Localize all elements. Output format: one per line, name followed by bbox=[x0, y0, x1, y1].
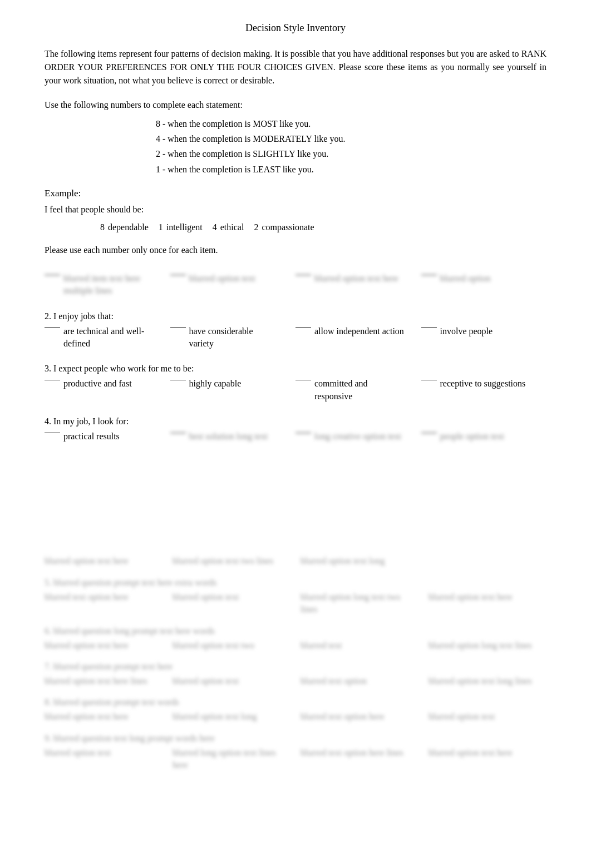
cell-text: allow independent action bbox=[314, 325, 404, 338]
cell-text: highly capable bbox=[189, 378, 242, 390]
item-3-row: productive and fast highly capable commi… bbox=[45, 378, 546, 403]
instruction-item: 1 - when the completion is LEAST like yo… bbox=[156, 162, 546, 177]
instruction-item: 2 - when the completion is SLIGHTLY like… bbox=[156, 146, 546, 161]
lower-item-row: blurred option text blurred long option … bbox=[45, 747, 546, 772]
lower-item-row: blurred option text here blurred option … bbox=[45, 639, 546, 652]
cell-text: committed and responsive bbox=[314, 378, 405, 403]
example-word: dependable bbox=[108, 222, 149, 232]
blank-field[interactable] bbox=[170, 328, 186, 328]
blank-field[interactable] bbox=[45, 380, 60, 380]
item-lower-5: 8. blurred question prompt text words bl… bbox=[45, 697, 546, 723]
item-3-cell-1: productive and fast bbox=[45, 378, 154, 390]
example-word: ethical bbox=[220, 222, 244, 232]
blank-field[interactable] bbox=[421, 275, 437, 275]
item-2-header: 2. I enjoy jobs that: bbox=[45, 310, 546, 323]
item-1-cell-4: blurred option bbox=[421, 272, 530, 285]
blank-field[interactable] bbox=[45, 275, 60, 275]
cell-text: practical results bbox=[63, 430, 120, 443]
instruction-item: 4 - when the completion is MODERATELY li… bbox=[156, 131, 546, 146]
item-2-cell-3: allow independent action bbox=[296, 325, 405, 338]
blank-field[interactable] bbox=[45, 328, 60, 328]
item-lower-6: 9. blurred question text long prompt wor… bbox=[45, 733, 546, 772]
lower-item-row: blurred text option here blurred option … bbox=[45, 591, 546, 616]
blank-field[interactable] bbox=[296, 433, 311, 433]
item-1-cell-1: blurred item text here multiple lines bbox=[45, 272, 154, 297]
item-1-block: blurred item text here multiple lines bl… bbox=[45, 272, 546, 297]
item-1-cell-2: blurred option text bbox=[170, 272, 279, 285]
example-item-dependable: 8 dependable bbox=[100, 222, 149, 232]
example-row: 8 dependable 1 intelligent 4 ethical 2 c… bbox=[100, 222, 546, 232]
example-item-intelligent: 1 intelligent bbox=[159, 222, 203, 232]
item-lower-2: 5. blurred question prompt text here ext… bbox=[45, 578, 546, 616]
example-prompt: I feel that people should be: bbox=[45, 205, 546, 215]
item-lower-1: blurred option text here blurred option … bbox=[45, 555, 546, 567]
example-item-compassionate: 2 compassionate bbox=[254, 222, 314, 232]
lower-item-row: blurred option text here blurred option … bbox=[45, 711, 546, 723]
example-num: 4 bbox=[213, 222, 217, 232]
please-note: Please use each number only once for eac… bbox=[45, 244, 546, 257]
instructions-list: 8 - when the completion is MOST like you… bbox=[156, 116, 546, 177]
item-3-cell-3: committed and responsive bbox=[296, 378, 405, 403]
item-4-cell-1: practical results bbox=[45, 430, 154, 443]
item-3-header: 3. I expect people who work for me to be… bbox=[45, 362, 546, 375]
blank-field[interactable] bbox=[170, 433, 186, 433]
item-2-row: are technical and well-defined have cons… bbox=[45, 325, 546, 350]
blank-field[interactable] bbox=[170, 275, 186, 275]
item-4-cell-4: people option text bbox=[421, 430, 530, 443]
blank-field[interactable] bbox=[296, 328, 311, 328]
item-2-cell-2: have considerable variety bbox=[170, 325, 279, 350]
item-1-cell-3: blurred option text here bbox=[296, 272, 405, 285]
example-num: 1 bbox=[159, 222, 163, 232]
item-2-cell-4: involve people bbox=[421, 325, 530, 338]
cell-text: are technical and well-defined bbox=[63, 325, 154, 350]
item-lower-3: 6. blurred question long prompt text her… bbox=[45, 626, 546, 652]
example-num: 2 bbox=[254, 222, 258, 232]
blank-field[interactable] bbox=[296, 275, 311, 275]
lower-item-row: blurred option text here lines blurred o… bbox=[45, 675, 546, 687]
blank-field[interactable] bbox=[296, 380, 311, 380]
blank-field[interactable] bbox=[421, 328, 437, 328]
item-4-cell-2: best solution long text bbox=[170, 430, 279, 443]
item-lower-4: 7. blurred question prompt text here blu… bbox=[45, 662, 546, 687]
example-word: intelligent bbox=[166, 222, 203, 232]
item-2-block: 2. I enjoy jobs that: are technical and … bbox=[45, 310, 546, 350]
cell-text: involve people bbox=[440, 325, 493, 338]
cell-text: receptive to suggestions bbox=[440, 378, 526, 390]
page-gap bbox=[45, 455, 546, 555]
blank-field[interactable] bbox=[421, 433, 437, 433]
item-2-cell-1: are technical and well-defined bbox=[45, 325, 154, 350]
instructions-label: Use the following numbers to complete ea… bbox=[45, 98, 546, 112]
intro-text: The following items represent four patte… bbox=[45, 47, 546, 87]
blank-field[interactable] bbox=[421, 380, 437, 380]
example-word: compassionate bbox=[262, 222, 314, 232]
cell-text: have considerable variety bbox=[189, 325, 279, 350]
item-3-cell-2: highly capable bbox=[170, 378, 279, 390]
lower-item-row: blurred option text here blurred option … bbox=[45, 555, 546, 567]
example-item-ethical: 4 ethical bbox=[213, 222, 244, 232]
item-1-row: blurred item text here multiple lines bl… bbox=[45, 272, 546, 297]
blank-field[interactable] bbox=[45, 433, 60, 433]
blank-field[interactable] bbox=[170, 380, 186, 380]
page-title: Decision Style Inventory bbox=[45, 22, 546, 34]
item-4-block: 4. In my job, I look for: practical resu… bbox=[45, 415, 546, 443]
item-4-row: practical results best solution long tex… bbox=[45, 430, 546, 443]
item-4-header: 4. In my job, I look for: bbox=[45, 415, 546, 428]
instruction-item: 8 - when the completion is MOST like you… bbox=[156, 116, 546, 131]
example-label: Example: bbox=[45, 188, 546, 199]
item-4-cell-3: long creative option text bbox=[296, 430, 405, 443]
item-3-block: 3. I expect people who work for me to be… bbox=[45, 362, 546, 403]
cell-text: productive and fast bbox=[63, 378, 132, 390]
example-num: 8 bbox=[100, 222, 105, 232]
item-3-cell-4: receptive to suggestions bbox=[421, 378, 530, 390]
